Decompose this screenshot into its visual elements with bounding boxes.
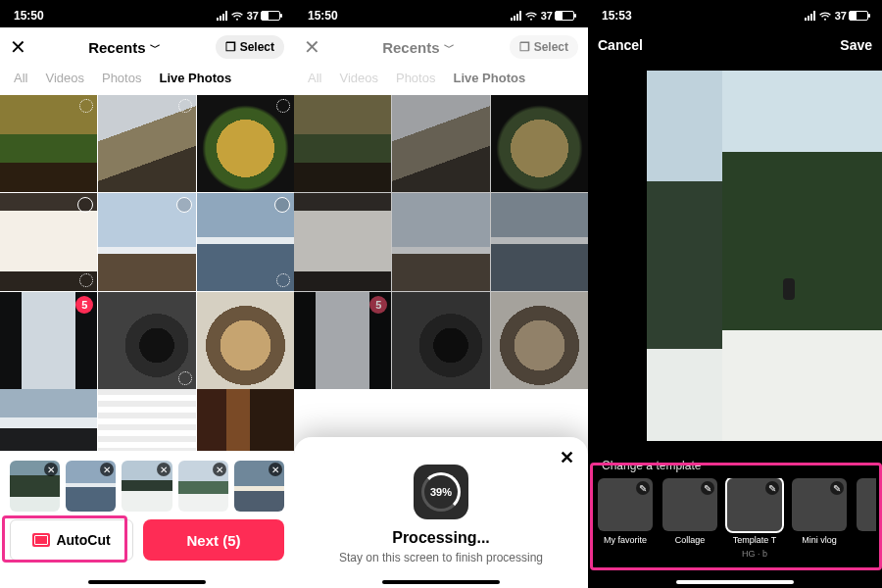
template-edit-icon[interactable]: ✎ [636, 481, 650, 495]
photo-thumb [392, 95, 489, 192]
photo-thumb[interactable] [197, 193, 294, 290]
selected-thumb[interactable]: ✕ [122, 461, 172, 512]
close-button[interactable]: ✕ [10, 35, 33, 59]
album-dropdown[interactable]: Recents﹀ [41, 39, 208, 56]
photo-thumb[interactable] [98, 389, 195, 460]
remove-icon[interactable]: ✕ [44, 463, 58, 476]
cellular-icon [511, 11, 521, 21]
template-panel: Change a template ✎ My favorite ✎ Collag… [590, 451, 882, 566]
template-option-selected[interactable]: ✎ Template T HG · b [727, 478, 782, 559]
processing-subtitle: Stay on this screen to finish processing [310, 551, 572, 564]
wifi-icon [230, 11, 244, 21]
selected-thumb[interactable]: ✕ [178, 461, 228, 512]
selected-thumb[interactable]: ✕ [234, 461, 284, 512]
photo-thumb [392, 292, 489, 389]
photo-thumb[interactable] [0, 95, 97, 192]
photo-thumb: 5 [294, 292, 391, 389]
close-button: ✕ [304, 35, 327, 59]
battery-indicator: 37 [247, 10, 280, 22]
live-photo-icon [178, 371, 192, 385]
template-edit-icon[interactable]: ✎ [830, 481, 844, 495]
home-indicator[interactable] [88, 580, 206, 584]
photo-thumb[interactable] [197, 95, 294, 192]
clock: 15:53 [602, 9, 632, 23]
template-edit-icon[interactable]: ✎ [765, 481, 779, 495]
photo-thumb[interactable] [197, 389, 294, 460]
battery-indicator: 37 [835, 10, 868, 22]
autocut-button[interactable]: AutoCut [10, 519, 133, 561]
cellular-icon [805, 11, 815, 21]
processing-title: Processing... [310, 529, 572, 547]
filter-tabs: All Videos Photos Live Photos [294, 67, 588, 95]
live-photo-icon [79, 273, 93, 287]
modal-close-button[interactable]: ✕ [560, 447, 574, 468]
stack-icon: ❐ [519, 40, 530, 54]
progress-indicator: 39% [414, 465, 468, 519]
tab-videos[interactable]: Videos [45, 71, 84, 85]
screen-template-editor: 15:53 37 Cancel Save Change a template ✎… [588, 0, 882, 588]
processing-modal: ✕ 39% Processing... Stay on this screen … [294, 437, 588, 588]
next-button[interactable]: Next (5) [143, 519, 284, 561]
photo-grid-row [0, 389, 294, 460]
photo-thumb[interactable] [0, 193, 97, 290]
template-option[interactable]: C [857, 478, 876, 559]
home-indicator[interactable] [382, 580, 500, 584]
select-circle[interactable] [176, 197, 192, 213]
wifi-icon [524, 11, 538, 21]
remove-icon[interactable]: ✕ [213, 463, 226, 476]
tab-photos[interactable]: Photos [102, 71, 141, 85]
live-photo-icon [276, 99, 290, 113]
template-header: Change a template [596, 459, 876, 478]
template-list: ✎ My favorite ✎ Collage ✎ Template T HG … [596, 478, 876, 559]
photo-thumb [294, 193, 391, 290]
cellular-icon [217, 11, 227, 21]
selected-thumb[interactable]: ✕ [10, 461, 60, 512]
battery-indicator: 37 [541, 10, 574, 22]
remove-icon[interactable]: ✕ [100, 463, 114, 476]
photo-thumb[interactable] [98, 292, 195, 389]
select-circle[interactable] [77, 197, 93, 213]
tab-all[interactable]: All [14, 71, 27, 85]
tab-live-photos: Live Photos [453, 71, 525, 85]
photo-thumb[interactable] [98, 95, 195, 192]
template-option[interactable]: ✎ Mini vlog [792, 478, 847, 559]
template-option[interactable]: ✎ My favorite [598, 478, 653, 559]
tab-live-photos[interactable]: Live Photos [159, 71, 231, 85]
remove-icon[interactable]: ✕ [157, 463, 171, 476]
status-bar: 15:50 37 [0, 0, 294, 27]
live-photo-icon [79, 99, 93, 113]
tab-videos: Videos [339, 71, 378, 85]
photo-thumb[interactable] [0, 389, 97, 460]
wifi-icon [818, 11, 832, 21]
remove-icon[interactable]: ✕ [269, 463, 282, 476]
status-bar: 15:53 37 [588, 0, 882, 27]
template-edit-icon[interactable]: ✎ [701, 481, 714, 495]
photo-thumb [294, 95, 391, 192]
photo-thumb [491, 193, 588, 290]
chevron-down-icon: ﹀ [150, 40, 161, 55]
status-bar: 15:50 37 [294, 0, 588, 27]
selected-thumb[interactable]: ✕ [66, 461, 116, 512]
multiselect-button[interactable]: ❐Select [216, 35, 284, 59]
home-indicator[interactable] [676, 580, 794, 584]
screen-gallery-selection: 15:50 37 ✕ Recents﹀ ❐Select All Videos P… [0, 0, 294, 588]
tab-photos: Photos [396, 71, 435, 85]
video-preview[interactable] [647, 71, 882, 441]
photo-thumb[interactable] [98, 193, 195, 290]
photo-thumb[interactable] [197, 292, 294, 389]
stack-icon: ❐ [225, 40, 236, 54]
select-circle[interactable] [274, 197, 290, 213]
photo-thumb [491, 95, 588, 192]
clock: 15:50 [14, 9, 44, 23]
clock: 15:50 [308, 9, 338, 23]
template-option[interactable]: ✎ Collage [662, 478, 717, 559]
live-photo-icon [276, 273, 290, 287]
selection-tray: ✕ ✕ ✕ ✕ ✕ AutoCut Next (5) [0, 451, 294, 588]
filter-tabs: All Videos Photos Live Photos [0, 67, 294, 95]
tab-all: All [308, 71, 321, 85]
chevron-down-icon: ﹀ [444, 40, 455, 55]
cancel-button[interactable]: Cancel [598, 37, 643, 53]
save-button[interactable]: Save [840, 37, 872, 53]
photo-thumb[interactable]: 5 [0, 292, 97, 389]
live-photo-icon [178, 99, 192, 113]
